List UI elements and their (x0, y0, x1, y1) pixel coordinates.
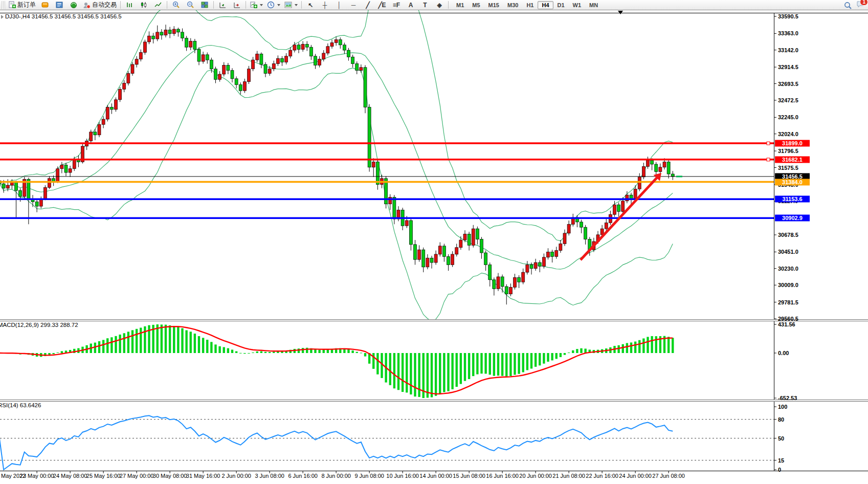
rsi-label: RSI(14) 63.6426 (0, 402, 41, 408)
new-order-icon (8, 1, 16, 9)
price-tick-label: 30451.0 (778, 249, 798, 255)
price-axis-line[interactable] (774, 13, 774, 471)
rsi-axis-value: 50 (778, 435, 784, 442)
zoom-in-button[interactable] (169, 1, 183, 10)
macd-name: MACD(12,26,9) (0, 322, 39, 328)
candlestick-chart-icon (140, 2, 147, 8)
timeframe-button-h1[interactable]: H1 (522, 1, 538, 9)
bollinger-middle-band (0, 46, 673, 270)
text-label-tool-button[interactable]: T (418, 1, 432, 10)
timeframe-button-m15[interactable]: M15 (484, 1, 503, 9)
templates-icon (284, 2, 292, 8)
text-icon: A (409, 1, 413, 9)
line-anchor-handle (767, 158, 770, 161)
price-tick-label: 32914.5 (778, 64, 798, 70)
rsi-line (0, 415, 673, 470)
auto-scroll-button[interactable] (215, 1, 230, 10)
search-icon[interactable] (844, 2, 852, 10)
date-label: 24 Jun 00:00 (619, 473, 652, 479)
price-tick-label: 32472.5 (778, 97, 798, 103)
drawing-tools-group: ↖┼│─╱╱E≡FAT◈ (303, 1, 447, 10)
price-level-badge: 31153.6 (775, 196, 810, 203)
date-label: 2 Jun 00:00 (221, 473, 251, 479)
periods-clock-icon (267, 1, 275, 9)
fibonacci-icon: ≡F (393, 1, 400, 9)
autotrading-button[interactable]: 自动交易 (81, 1, 119, 10)
chart-shift-icon (233, 2, 241, 9)
chart-shift-marker-icon[interactable] (618, 11, 623, 14)
new-order-button[interactable]: 新订单 (6, 1, 38, 10)
text-tool-button[interactable]: A (404, 1, 418, 10)
toolbar-separator (213, 1, 214, 9)
timeframe-button-d1[interactable]: D1 (553, 1, 569, 9)
one-click-trading-arrow[interactable] (1, 15, 4, 19)
timeframe-button-m30[interactable]: M30 (503, 1, 522, 9)
navigator-icon (56, 2, 63, 8)
timeframe-button-mn[interactable]: MN (585, 1, 602, 9)
arrows-tool-button[interactable]: ◈ (432, 1, 447, 10)
date-label: 9 Jun 08:00 (354, 473, 384, 479)
templates-button[interactable] (282, 1, 300, 10)
indicators-icon (250, 2, 257, 9)
toolbar-right-group: 1 (844, 1, 865, 10)
chart-canvas[interactable] (0, 0, 868, 484)
trendline-icon: ╱ (366, 1, 369, 9)
macd-axis-value: 431.56 (778, 321, 795, 327)
date-label: 31 May 16:00 (186, 473, 220, 479)
indicators-button[interactable] (248, 1, 265, 10)
macd-axis-value: -652.53 (778, 395, 797, 401)
strategy-tester-button[interactable] (66, 1, 81, 10)
tile-windows-button[interactable] (197, 1, 212, 10)
market-watch-button[interactable] (38, 1, 52, 10)
candlestick-chart-button[interactable] (137, 1, 151, 10)
notifications-button[interactable]: 1 (856, 1, 865, 10)
price-tick-label: 30678.5 (778, 232, 798, 238)
navigator-button[interactable] (52, 1, 66, 10)
indicators-caret-icon (260, 4, 263, 6)
new-order-label: 新订单 (17, 1, 36, 9)
date-label: 15 Jun 08:00 (453, 473, 485, 479)
pane-separator-macd[interactable] (0, 319, 868, 321)
periods-caret-icon (277, 4, 280, 6)
trendline-tool-button[interactable]: ╱ (361, 1, 375, 10)
toolbar-separator (120, 1, 121, 9)
templates-caret-icon (295, 4, 298, 6)
macd-histogram (0, 324, 674, 398)
pane-separator-rsi[interactable] (0, 400, 868, 402)
time-axis-line[interactable] (0, 471, 868, 471)
periods-button[interactable] (265, 1, 282, 10)
toolbar-separator (448, 1, 449, 9)
timeframe-button-m5[interactable]: M5 (468, 1, 484, 9)
zoom-out-button[interactable] (183, 1, 197, 10)
cursor-tool-button[interactable]: ↖ (303, 1, 318, 10)
vertical-line-tool-button[interactable]: │ (332, 1, 346, 10)
crosshair-tool-button[interactable]: ┼ (318, 1, 332, 10)
price-tick-label: 31575.5 (778, 165, 798, 171)
timeframe-button-m1[interactable]: M1 (452, 1, 468, 9)
line-chart-icon (154, 2, 162, 8)
date-label: 25 May 16:00 (86, 473, 121, 479)
rsi-axis-value: 100 (778, 404, 787, 410)
equidistant-channel-tool-button[interactable]: ╱E (375, 1, 389, 10)
timeframe-button-h4[interactable]: H4 (538, 1, 553, 9)
price-tick-label: 31796.5 (778, 148, 798, 154)
macd-signal-line (0, 326, 673, 394)
chart-title: DJ30-,H4 31456.5 31456.5 31456.5 31456.5 (5, 13, 122, 19)
timeframe-button-w1[interactable]: W1 (569, 1, 586, 9)
zoom-out-icon (187, 1, 194, 9)
fibonacci-tool-button[interactable]: ≡F (389, 1, 404, 10)
line-anchor-handle (767, 142, 770, 145)
chart-shift-button[interactable] (230, 1, 244, 10)
rsi-axis-value: 15 (778, 457, 784, 464)
price-level-badge: 31899.0 (775, 140, 810, 147)
horizontal-line-icon: ─ (351, 1, 356, 9)
bar-chart-button[interactable] (122, 1, 137, 10)
price-tick-label: 33363.0 (778, 30, 798, 36)
toolbar-grip[interactable] (2, 1, 5, 9)
line-chart-button[interactable] (151, 1, 165, 10)
arrows-icon: ◈ (437, 1, 441, 9)
horizontal-line-tool-button[interactable]: ─ (346, 1, 361, 10)
date-label: 27 Jun 08:00 (652, 473, 685, 479)
price-tick-label: 29781.5 (778, 299, 798, 305)
autotrading-label: 自动交易 (92, 1, 117, 9)
